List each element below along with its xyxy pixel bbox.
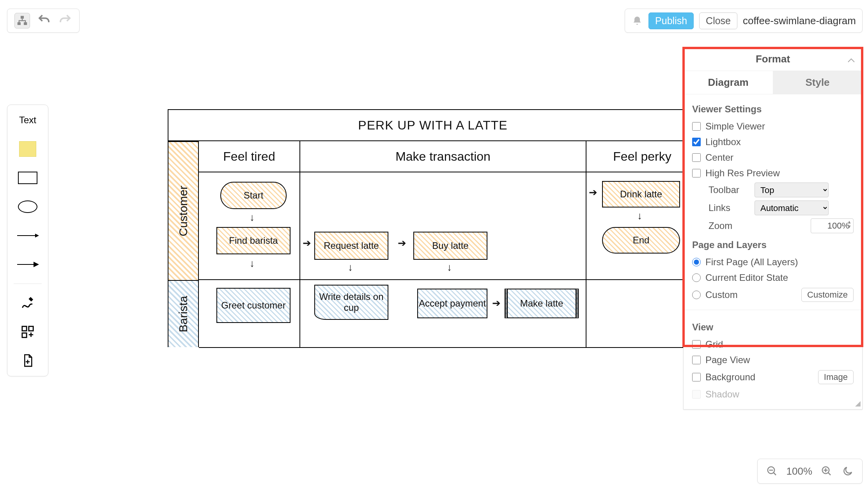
current-state-radio[interactable] [692, 273, 701, 282]
sticky-note-icon [19, 141, 36, 157]
ellipse-icon [18, 200, 37, 213]
phase-feel-tired[interactable]: Feel tired Start ↓ Find barista ↓ Greet … [199, 141, 300, 348]
spinner-icon[interactable]: ▲▼ [847, 220, 852, 229]
zoom-toolbar: 100% [757, 459, 863, 484]
node-write-details[interactable]: Write details on cup [314, 285, 388, 320]
top-right-bar: Publish Close coffee-swimlane-diagram [625, 9, 863, 33]
phase-feel-perky[interactable]: Feel perky ➔ Drink latte ↓ End [586, 141, 698, 348]
chevron-up-icon [847, 58, 855, 63]
grid-checkbox[interactable] [692, 340, 701, 349]
center-checkbox[interactable] [692, 153, 701, 162]
zoom-out-icon [766, 465, 778, 477]
line-tool[interactable] [16, 226, 39, 245]
redo-button[interactable] [58, 13, 72, 28]
page-view-label: Page View [705, 355, 854, 365]
zoom-value[interactable]: 100% [787, 465, 813, 477]
links-dropdown-label: Links [709, 202, 749, 213]
background-label: Background [705, 372, 813, 383]
node-greet-customer[interactable]: Greet customer [216, 288, 291, 323]
palette-divider [14, 284, 42, 284]
zoom-input[interactable]: 100% ▲▼ [811, 218, 854, 233]
freehand-tool[interactable] [16, 293, 39, 313]
custom-label: Custom [705, 289, 797, 300]
arrow-right-icon: ➔ [589, 186, 597, 199]
phase-make-transaction[interactable]: Make transaction Request latte Buy latte… [300, 141, 586, 348]
undo-icon [37, 13, 51, 27]
arrow-down-icon: ↓ [348, 261, 353, 273]
shadow-label: Shadow [705, 389, 854, 400]
lane-label-barista[interactable]: Barista [168, 280, 199, 347]
page-view-checkbox[interactable] [692, 356, 701, 364]
close-button[interactable]: Close [699, 12, 737, 29]
page-layers-title: Page and Layers [692, 239, 854, 250]
resize-handle-icon[interactable]: ◢ [855, 399, 861, 408]
zoom-input-label: Zoom [709, 220, 749, 231]
collapse-panel-button[interactable] [847, 54, 855, 66]
rectangle-tool[interactable] [16, 168, 39, 188]
phase-header[interactable]: Feel tired [199, 141, 299, 172]
node-make-latte[interactable]: Make latte [505, 289, 579, 318]
publish-button[interactable]: Publish [648, 12, 694, 29]
high-res-checkbox[interactable] [692, 169, 701, 177]
node-drink-latte[interactable]: Drink latte [602, 181, 680, 207]
svg-rect-0 [21, 16, 24, 18]
top-left-toolbar [7, 9, 80, 33]
app-logo-button[interactable] [14, 13, 30, 28]
svg-rect-3 [22, 326, 27, 331]
text-tool[interactable]: Text [16, 110, 39, 130]
svg-rect-1 [18, 23, 20, 25]
node-request-latte[interactable]: Request latte [314, 232, 388, 260]
arrow-right-icon: ➔ [398, 237, 406, 249]
simple-viewer-checkbox[interactable] [692, 122, 701, 131]
swimlane-diagram[interactable]: PERK UP WITH A LATTE Customer Barista Fe… [168, 109, 698, 348]
tab-style[interactable]: Style [773, 71, 862, 94]
current-state-label: Current Editor State [705, 272, 854, 283]
line-icon [17, 235, 38, 236]
zoom-in-button[interactable] [820, 465, 833, 478]
bell-icon [632, 15, 643, 26]
custom-radio[interactable] [692, 291, 701, 299]
sticky-note-tool[interactable] [16, 139, 39, 159]
zoom-in-icon [821, 465, 833, 477]
arrow-right-icon: ➔ [492, 297, 501, 309]
add-page-tool[interactable] [16, 351, 39, 371]
first-page-radio[interactable] [692, 258, 701, 266]
file-plus-icon [21, 354, 34, 368]
shadow-checkbox [692, 390, 701, 399]
zoom-out-button[interactable] [765, 465, 779, 478]
toolbar-dropdown-label: Toolbar [709, 184, 749, 195]
left-tool-palette: Text [7, 105, 48, 376]
node-buy-latte[interactable]: Buy latte [413, 232, 487, 260]
background-image-button[interactable]: Image [818, 370, 854, 384]
arrow-down-icon: ↓ [250, 257, 255, 270]
arrow-down-icon: ↓ [447, 261, 452, 273]
background-checkbox[interactable] [692, 373, 701, 381]
customize-button[interactable]: Customize [801, 288, 854, 302]
tab-diagram[interactable]: Diagram [684, 71, 773, 94]
node-accept-payment[interactable]: Accept payment [417, 289, 487, 318]
format-panel-title: Format [684, 48, 862, 71]
node-start[interactable]: Start [220, 182, 287, 209]
node-end[interactable]: End [602, 227, 680, 254]
svg-rect-4 [29, 326, 33, 331]
notifications-button[interactable] [631, 15, 643, 27]
undo-button[interactable] [37, 13, 51, 28]
simple-viewer-label: Simple Viewer [705, 121, 854, 132]
lightbox-label: Lightbox [705, 137, 854, 147]
phase-header[interactable]: Make transaction [300, 141, 586, 172]
format-panel: Format Diagram Style Viewer Settings Sim… [683, 48, 863, 410]
dark-mode-button[interactable] [841, 465, 854, 478]
diagram-name[interactable]: coffee-swimlane-diagram [743, 15, 856, 27]
lane-label-customer[interactable]: Customer [168, 141, 199, 280]
toolbar-position-select[interactable]: Top [755, 183, 829, 197]
links-select[interactable]: Automatic [755, 200, 829, 215]
viewer-settings-title: Viewer Settings [692, 104, 854, 115]
grid-label: Grid [705, 339, 854, 350]
swimlane-title[interactable]: PERK UP WITH A LATTE [168, 109, 698, 141]
shapes-library-tool[interactable] [16, 322, 39, 342]
node-find-barista[interactable]: Find barista [216, 227, 291, 254]
phase-header[interactable]: Feel perky [586, 141, 698, 172]
ellipse-tool[interactable] [16, 197, 39, 216]
lightbox-checkbox[interactable] [692, 138, 701, 146]
arrow-tool[interactable] [16, 255, 39, 274]
